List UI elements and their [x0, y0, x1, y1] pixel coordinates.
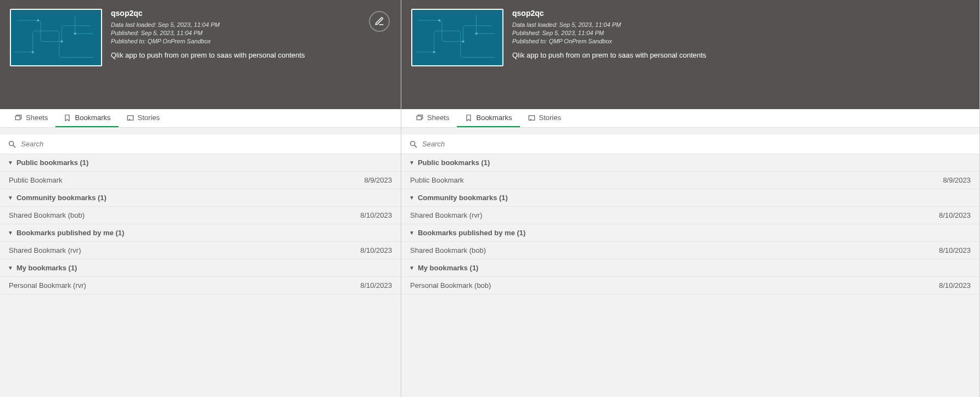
bookmark-name: Shared Bookmark (rvr) [410, 211, 482, 219]
bookmark-date: 8/10/2023 [939, 246, 971, 254]
bookmark-row[interactable]: Public Bookmark8/9/2023 [401, 172, 979, 189]
group-label: My bookmarks (1) [16, 264, 77, 272]
group-label: Community bookmarks (1) [16, 194, 107, 202]
search-input[interactable] [16, 140, 393, 148]
search-bar[interactable] [0, 134, 401, 154]
group-header-my-bookmarks[interactable]: ▼My bookmarks (1) [401, 259, 979, 277]
group-header-public[interactable]: ▼Public bookmarks (1) [0, 154, 401, 172]
app-meta-publishedto: Published to: QMP OnPrem Sandbox [111, 37, 391, 46]
group-label: Bookmarks published by me (1) [16, 229, 125, 237]
sheets-icon [416, 114, 424, 122]
bookmark-row[interactable]: Shared Bookmark (bob)8/10/2023 [0, 207, 401, 224]
tab-bookmarks[interactable]: Bookmarks [55, 109, 118, 127]
svg-rect-5 [127, 115, 133, 120]
tab-sheets[interactable]: Sheets [7, 109, 55, 127]
tab-label: Stories [539, 114, 561, 122]
group-label: Community bookmarks (1) [418, 194, 508, 202]
svg-point-6 [9, 141, 14, 145]
group-label: My bookmarks (1) [418, 264, 479, 272]
disclosure-triangle-icon: ▼ [8, 230, 13, 236]
bookmark-row[interactable]: Shared Bookmark (bob)8/10/2023 [401, 242, 979, 259]
search-icon [8, 140, 16, 149]
bookmark-name: Personal Bookmark (bob) [410, 281, 491, 290]
svg-point-0 [37, 19, 39, 21]
bookmark-date: 8/9/2023 [943, 176, 971, 184]
bookmark-name: Public Bookmark [9, 176, 63, 184]
tab-stories[interactable]: Stories [520, 109, 569, 127]
group-label: Bookmarks published by me (1) [418, 229, 526, 237]
group-label: Public bookmarks (1) [16, 158, 88, 167]
app-thumbnail [10, 9, 102, 66]
bookmark-row[interactable]: Shared Bookmark (rvr)8/10/2023 [0, 242, 401, 259]
tab-label: Sheets [427, 114, 449, 122]
tab-bookmarks[interactable]: Bookmarks [457, 109, 519, 127]
app-info: qsop2qc Data last loaded: Sep 5, 2023, 1… [111, 9, 391, 109]
app-info: qsop2qc Data last loaded: Sep 5, 2023, 1… [512, 9, 970, 109]
svg-point-3 [74, 32, 76, 35]
bookmark-date: 8/10/2023 [939, 281, 971, 290]
svg-point-1 [61, 41, 63, 43]
tab-label: Sheets [26, 114, 48, 122]
app-meta-published: Published: Sep 5, 2023, 11:04 PM [512, 29, 970, 37]
svg-rect-13 [529, 115, 535, 120]
panel-right: qsop2qc Data last loaded: Sep 5, 2023, 1… [401, 0, 980, 397]
group-label: Public bookmarks (1) [418, 158, 490, 167]
bookmark-list: ▼Public bookmarks (1) Public Bookmark8/9… [401, 154, 979, 397]
bookmark-name: Public Bookmark [410, 176, 464, 184]
search-bar[interactable] [401, 134, 979, 154]
group-header-published-by-me[interactable]: ▼Bookmarks published by me (1) [0, 224, 401, 242]
app-header: qsop2qc Data last loaded: Sep 5, 2023, 1… [401, 0, 979, 109]
bookmark-row[interactable]: Public Bookmark8/9/2023 [0, 172, 401, 189]
group-header-my-bookmarks[interactable]: ▼My bookmarks (1) [0, 259, 401, 277]
svg-point-8 [438, 19, 440, 21]
app-meta-loaded: Data last loaded: Sep 5, 2023, 11:04 PM [111, 21, 391, 29]
bookmark-date: 8/10/2023 [360, 211, 392, 219]
group-header-published-by-me[interactable]: ▼Bookmarks published by me (1) [401, 224, 979, 242]
app-title: qsop2qc [111, 9, 391, 18]
bookmark-row[interactable]: Personal Bookmark (rvr)8/10/2023 [0, 277, 401, 294]
stories-icon [528, 114, 536, 122]
search-icon [409, 140, 418, 149]
tabs: Sheets Bookmarks Stories [401, 109, 979, 128]
bookmark-list: ▼Public bookmarks (1) Public Bookmark8/9… [0, 154, 401, 397]
svg-point-9 [462, 41, 464, 43]
pencil-icon [374, 16, 384, 26]
tabs: Sheets Bookmarks Stories [0, 109, 401, 128]
bookmark-name: Personal Bookmark (rvr) [9, 281, 86, 290]
disclosure-triangle-icon: ▼ [8, 160, 13, 166]
bookmark-row[interactable]: Shared Bookmark (rvr)8/10/2023 [401, 207, 979, 224]
svg-line-7 [13, 145, 15, 148]
group-header-public[interactable]: ▼Public bookmarks (1) [401, 154, 979, 172]
tab-sheets[interactable]: Sheets [408, 109, 457, 127]
svg-point-11 [475, 32, 478, 35]
group-header-community[interactable]: ▼Community bookmarks (1) [401, 189, 979, 207]
disclosure-triangle-icon: ▼ [409, 195, 415, 201]
tab-stories[interactable]: Stories [119, 109, 167, 127]
svg-rect-12 [417, 116, 421, 120]
svg-line-15 [415, 145, 417, 148]
disclosure-triangle-icon: ▼ [409, 230, 415, 236]
bookmark-row[interactable]: Personal Bookmark (bob)8/10/2023 [401, 277, 979, 294]
svg-point-14 [411, 141, 415, 145]
bookmark-date: 8/10/2023 [360, 246, 392, 254]
tab-label: Bookmarks [75, 114, 110, 122]
app-description: Qlik app to push from on prem to saas wi… [512, 51, 970, 59]
tab-label: Bookmarks [476, 114, 512, 122]
disclosure-triangle-icon: ▼ [8, 195, 13, 201]
bookmark-date: 8/9/2023 [364, 176, 392, 184]
disclosure-triangle-icon: ▼ [8, 265, 13, 271]
app-meta-published: Published: Sep 5, 2023, 11:04 PM [111, 29, 391, 37]
app-title: qsop2qc [512, 9, 970, 18]
disclosure-triangle-icon: ▼ [409, 265, 415, 271]
bookmark-date: 8/10/2023 [360, 281, 392, 290]
bookmark-date: 8/10/2023 [939, 211, 971, 219]
sheets-icon [14, 114, 23, 122]
group-header-community[interactable]: ▼Community bookmarks (1) [0, 189, 401, 207]
app-header: qsop2qc Data last loaded: Sep 5, 2023, 1… [0, 0, 401, 109]
svg-point-2 [32, 51, 34, 53]
edit-button[interactable] [369, 11, 390, 32]
bookmark-icon [63, 114, 71, 122]
search-input[interactable] [418, 140, 972, 148]
bookmark-name: Shared Bookmark (bob) [9, 211, 85, 219]
svg-point-10 [433, 51, 435, 53]
